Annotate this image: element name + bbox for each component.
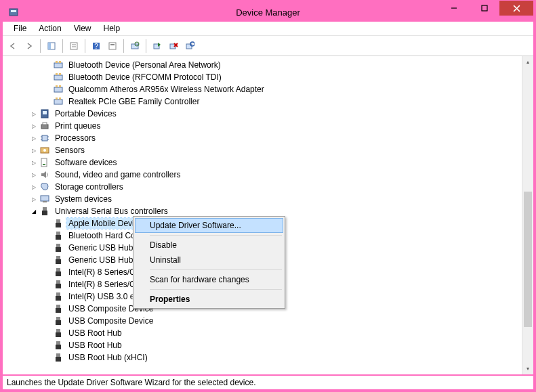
tree-row[interactable]: Realtek PCIe GBE Family Controller (8, 95, 522, 108)
tree-row-label: Universal Serial Bus controllers (53, 206, 170, 217)
expand-icon[interactable]: ▷ (30, 146, 38, 154)
scroll-down-icon[interactable]: ▾ (522, 363, 533, 374)
expand-icon[interactable]: ▷ (30, 183, 38, 191)
tree-row-label: Generic USB Hub (66, 242, 135, 253)
svg-rect-64 (56, 292, 60, 296)
tree-row[interactable]: ▷System devices (8, 193, 522, 205)
tree-row[interactable]: Bluetooth Device (Personal Area Network) (8, 59, 522, 71)
svg-rect-48 (41, 196, 49, 201)
collapse-icon[interactable]: ◢ (30, 207, 38, 215)
window-frame: Device Manager File Action View Help ? (2, 2, 534, 390)
svg-rect-7 (48, 43, 51, 49)
expand-icon[interactable]: ▷ (30, 171, 38, 179)
tree-row[interactable]: USB Composite Device (8, 315, 522, 327)
expand-icon[interactable]: ▷ (30, 158, 38, 167)
tree-row[interactable]: ▷Storage controllers (8, 181, 522, 193)
svg-rect-60 (56, 268, 60, 271)
context-menu-item[interactable]: Uninstall (135, 253, 283, 267)
no-expand (43, 341, 51, 349)
tree-row[interactable]: ▷Sensors (8, 144, 522, 156)
uninstall-button[interactable] (166, 39, 181, 53)
no-expand (43, 219, 51, 227)
titlebar[interactable]: Device Manager (3, 3, 533, 22)
tree-row[interactable]: Bluetooth Device (RFCOMM Protocol TDI) (8, 71, 522, 83)
tree-row-label: Processors (53, 133, 98, 144)
tree-row[interactable]: Qualcomm Atheros AR956x Wireless Network… (8, 83, 522, 95)
svg-rect-74 (56, 353, 60, 357)
menu-file[interactable]: File (8, 22, 32, 35)
svg-rect-14 (110, 44, 115, 45)
tree-row[interactable]: ▷Print queues (8, 120, 522, 132)
show-hide-tree-button[interactable] (44, 39, 59, 53)
svg-rect-57 (56, 247, 61, 252)
tree-row-label: USB Root Hub (xHCI) (66, 352, 150, 363)
action-button[interactable] (105, 39, 120, 53)
svg-rect-28 (59, 73, 61, 75)
app-icon (7, 5, 20, 19)
back-button[interactable] (5, 39, 20, 53)
svg-rect-26 (54, 75, 62, 80)
window-controls (438, 3, 533, 22)
usb-dev-icon (53, 255, 64, 265)
tree-row[interactable]: USB Root Hub (xHCI) (8, 351, 522, 364)
svg-rect-39 (42, 135, 47, 141)
scan-hardware-button[interactable] (127, 39, 142, 53)
svg-rect-51 (42, 211, 47, 215)
context-menu-item[interactable]: Disable (135, 238, 283, 253)
expand-icon[interactable]: ▷ (30, 122, 38, 130)
tree-row[interactable]: ▷Processors (8, 132, 522, 144)
context-menu[interactable]: Update Driver Software...DisableUninstal… (133, 216, 285, 309)
no-expand (43, 73, 51, 81)
context-menu-item[interactable]: Properties (135, 292, 283, 307)
svg-rect-54 (56, 232, 60, 235)
net-icon (53, 96, 64, 107)
scroll-thumb[interactable] (524, 192, 532, 327)
minimize-button[interactable] (438, 1, 469, 16)
expand-icon[interactable]: ▷ (30, 134, 38, 142)
expand-icon[interactable]: ▷ (30, 110, 38, 118)
svg-rect-58 (56, 256, 60, 259)
no-expand (43, 280, 51, 288)
device-tree[interactable]: Bluetooth Device (Personal Area Network)… (3, 56, 522, 374)
scrollbar[interactable]: ▴ ▾ (522, 56, 533, 374)
no-expand (43, 317, 51, 325)
menu-view[interactable]: View (68, 22, 97, 35)
tree-row[interactable]: ▷Sound, video and game controllers (8, 169, 522, 181)
svg-rect-67 (56, 308, 61, 313)
tree-row-label: Intel(R) 8 Series/C2 (66, 267, 142, 278)
svg-rect-62 (56, 280, 60, 284)
toolbar-separator (146, 39, 146, 53)
forward-button[interactable] (22, 39, 37, 53)
no-expand (43, 97, 51, 106)
svg-rect-30 (56, 85, 58, 87)
menu-separator (150, 269, 282, 270)
expand-icon[interactable]: ▷ (30, 195, 38, 203)
menu-action[interactable]: Action (33, 22, 66, 35)
menu-help[interactable]: Help (98, 22, 126, 35)
no-expand (43, 85, 51, 93)
svg-rect-71 (56, 332, 61, 337)
svg-rect-24 (56, 61, 58, 63)
toolbar: ? (3, 36, 533, 56)
disable-button[interactable] (182, 39, 197, 53)
menu-separator (150, 235, 282, 236)
close-button[interactable] (499, 1, 533, 16)
help-button[interactable]: ? (89, 39, 104, 53)
scroll-up-icon[interactable]: ▴ (522, 56, 533, 68)
tree-row[interactable]: USB Root Hub (8, 327, 522, 339)
context-menu-item[interactable]: Scan for hardware changes (135, 272, 283, 287)
no-expand (43, 61, 51, 69)
update-driver-button[interactable] (150, 39, 165, 53)
context-menu-item[interactable]: Update Driver Software... (135, 218, 283, 233)
tree-row[interactable]: ▷Portable Devices (8, 108, 522, 120)
svg-rect-37 (41, 125, 48, 129)
maximize-button[interactable] (469, 1, 499, 16)
properties-button[interactable] (66, 39, 81, 53)
tree-row[interactable]: ▷Software devices (8, 156, 522, 169)
tree-row[interactable]: USB Root Hub (8, 339, 522, 351)
svg-rect-36 (43, 111, 47, 114)
tree-row-label: Qualcomm Atheros AR956x Wireless Network… (66, 84, 266, 95)
svg-rect-29 (54, 87, 62, 92)
no-expand (43, 268, 51, 276)
tree-row-label: Sensors (53, 145, 87, 156)
